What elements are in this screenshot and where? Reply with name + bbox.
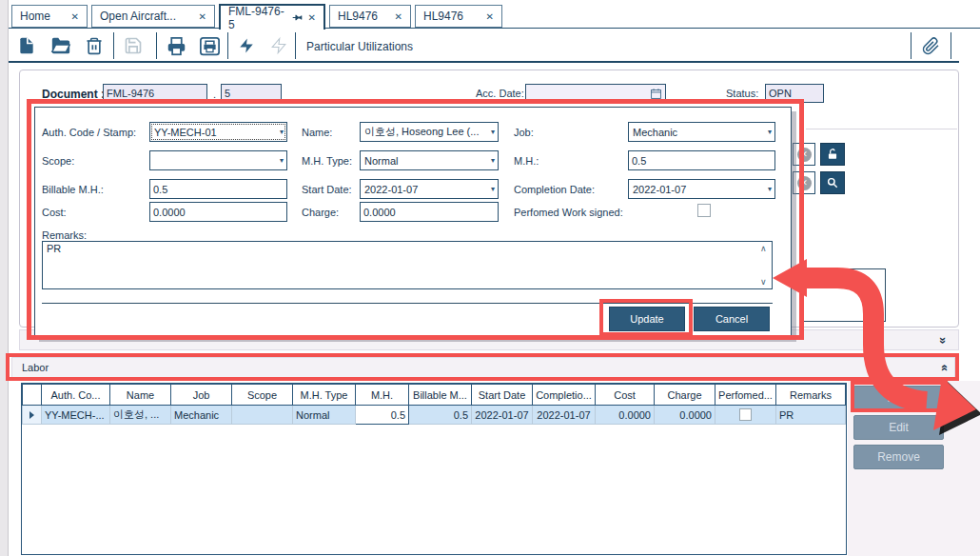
cell-cost[interactable]: 0.0000 [596,406,655,425]
edit-button[interactable]: Edit [853,415,944,440]
clear-field-button[interactable]: ✕ [793,143,815,166]
background-separator-line [806,129,957,129]
tab-hl9476-2[interactable]: HL9476 ✕ [415,5,502,28]
cost-label: Cost: [42,207,67,218]
labor-section-band[interactable]: Labor [11,357,955,378]
window-left-edge [0,0,9,556]
print-preview-icon[interactable] [197,34,222,57]
cell-remarks[interactable]: PR [776,406,846,425]
tab-fml-9476-5[interactable]: FML-9476-5 ✕ [219,4,325,30]
tab-open-aircraft[interactable]: Open Aircraft... ✕ [91,5,215,28]
table-row[interactable]: YY-MECH-... 이호성, ... Mechanic Normal 0.5… [23,406,846,425]
row-selector-icon [29,411,34,419]
billable-mh-field[interactable] [149,179,287,199]
update-button[interactable]: Update [609,307,685,331]
close-icon[interactable]: ✕ [199,11,206,22]
cell-mh[interactable]: 0.5 [356,406,409,425]
print-icon[interactable] [165,34,187,57]
cell-charge[interactable]: 0.0000 [655,406,715,425]
col-charge[interactable]: Charge [655,385,715,406]
expand-section-icon[interactable]: » [937,337,950,344]
col-name[interactable]: Name [110,385,171,406]
save-icon [122,34,145,57]
scroll-up-icon[interactable]: ∧ [760,245,767,253]
completion-date-combo[interactable]: 2022-01-07 ▾ [628,179,775,199]
cell-scope[interactable] [232,406,293,425]
name-label: Name: [302,127,332,138]
delete-icon[interactable] [83,34,106,57]
document-number-field[interactable] [103,84,207,103]
clear-field-button[interactable]: ✕ [793,171,815,194]
chevron-down-icon[interactable]: ▾ [491,128,495,136]
performed-work-signed-checkbox[interactable] [697,204,711,217]
execute-icon[interactable] [236,34,257,57]
col-remarks[interactable]: Remarks [776,385,846,406]
chevron-down-icon[interactable]: ▾ [768,185,772,193]
labor-grid: Auth. Co... Name Job Scope M.H. Type M.H… [22,384,846,425]
chevron-down-icon[interactable]: ▾ [280,156,284,165]
row-selector-cell[interactable] [23,406,42,425]
new-document-icon[interactable] [15,34,38,57]
chevron-down-icon[interactable]: ▾ [491,156,495,165]
cell-billable[interactable]: 0.5 [409,406,472,425]
chevron-down-icon[interactable]: ▾ [491,185,495,193]
remove-button[interactable]: Remove [853,445,944,469]
close-icon[interactable]: ✕ [308,12,316,23]
performed-checkbox[interactable] [739,408,752,421]
mh-type-combo[interactable]: Normal ▾ [360,150,499,170]
toolbar-separator [295,32,296,59]
close-icon[interactable]: ✕ [395,11,402,22]
cell-job[interactable]: Mechanic [171,406,232,425]
chevron-down-icon[interactable]: ▾ [768,128,772,136]
job-combo[interactable]: Mechanic ▾ [628,122,775,142]
clear-icon: ✕ [797,148,812,162]
mh-type-label: M.H. Type: [302,155,352,167]
col-job[interactable]: Job [171,385,232,406]
cell-auth[interactable]: YY-MECH-... [42,406,110,425]
scope-label: Scope: [42,155,74,167]
col-performed[interactable]: Perfomed... [715,385,776,406]
col-mh-type[interactable]: M.H. Type [293,385,356,406]
new-button[interactable]: New [853,386,944,410]
open-folder-icon[interactable] [49,34,72,57]
col-start-date[interactable]: Start Date [472,385,533,406]
scope-combo[interactable]: ▾ [149,150,287,170]
search-button[interactable] [820,171,845,194]
cell-name[interactable]: 이호성, ... [110,406,171,425]
cell-performed[interactable] [715,406,776,425]
completion-date-label: Completion Date: [514,184,595,195]
toolbar-separator [156,32,157,59]
chevron-down-icon[interactable]: ▾ [280,128,284,136]
pin-icon[interactable] [292,12,303,23]
col-mh[interactable]: M.H. [356,385,409,406]
name-combo[interactable]: 이호성, Hoseong Lee (... ▾ [360,122,499,142]
collapse-labor-icon[interactable]: » [937,365,950,371]
close-icon[interactable]: ✕ [486,11,494,22]
close-icon[interactable]: ✕ [71,11,79,22]
unlock-button[interactable] [820,143,845,166]
cancel-button[interactable]: Cancel [694,307,770,331]
remarks-textarea[interactable]: PR [42,241,773,289]
cost-field[interactable] [149,202,287,222]
col-billable[interactable]: Billable M... [409,385,472,406]
col-completion[interactable]: Completio... [533,385,596,406]
cell-completion[interactable]: 2022-01-07 [533,406,596,425]
col-auth[interactable]: Auth. Co... [42,385,110,406]
document-label: Document : [42,88,105,101]
document-sub-field[interactable] [221,84,282,103]
tab-home[interactable]: Home ✕ [11,5,88,28]
cell-mh-type[interactable]: Normal [293,406,356,425]
attachment-icon[interactable] [919,34,942,57]
tab-hl9476-1[interactable]: HL9476 ✕ [329,5,411,28]
calendar-icon[interactable] [650,88,662,100]
cell-start-date[interactable]: 2022-01-07 [472,406,533,425]
col-scope[interactable]: Scope [232,385,293,406]
auth-code-combo[interactable]: YY-MECH-01 ▾ [149,122,287,142]
charge-field[interactable] [360,202,499,222]
start-date-combo[interactable]: 2022-01-07 ▾ [360,179,499,199]
scroll-down-icon[interactable]: ∨ [760,278,767,287]
acc-date-field[interactable] [525,84,666,103]
mh-field[interactable] [628,150,775,170]
toolbar-separator [911,32,911,59]
col-cost[interactable]: Cost [596,385,655,406]
